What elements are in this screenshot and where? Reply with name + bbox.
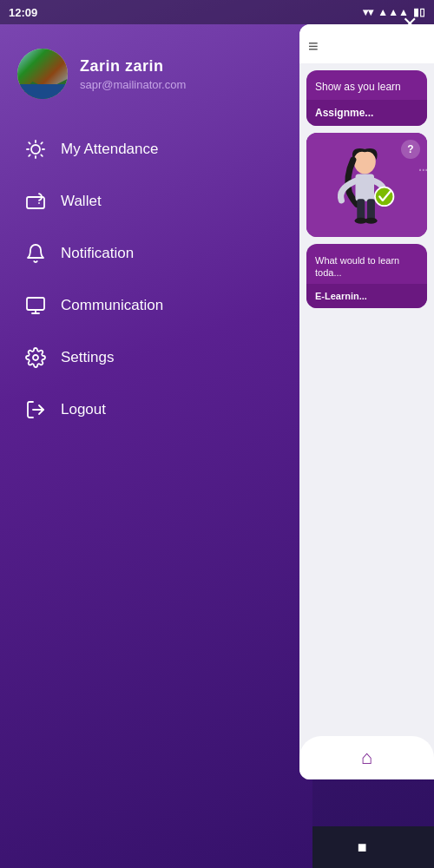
logout-icon (24, 398, 47, 421)
sidebar-item-communication-label: Communication (61, 297, 163, 314)
card-illustration-content: ? ··· (306, 133, 427, 237)
profile-email: sapr@mailinator.com (80, 78, 186, 91)
status-bar: 12:09 ▾▾ ▲▲▲ ▮▯ (0, 0, 434, 24)
panel-header: ≡ (299, 24, 434, 63)
svg-rect-1 (27, 298, 44, 310)
svg-rect-7 (357, 199, 365, 220)
sidebar-item-logout[interactable]: Logout (17, 384, 295, 436)
card-e-learning-text: What would to learn toda... (306, 244, 427, 285)
sidebar-item-logout-label: Logout (61, 401, 106, 418)
card-show-learn-text: Show as you learn (306, 70, 427, 100)
card-e-learning-action: E-Learnin... (306, 284, 427, 308)
card-show-learn-action: Assignme... (306, 100, 427, 126)
sidebar-item-communication[interactable]: Communication (17, 279, 295, 332)
sidebar-item-notification[interactable]: Notification (17, 227, 295, 279)
navigation-drawer: Zarin zarin sapr@mailinator.com My Atten… (0, 24, 312, 868)
svg-point-2 (33, 355, 38, 360)
avatar (17, 49, 68, 99)
hamburger-icon[interactable]: ≡ (308, 36, 319, 56)
communication-icon (24, 294, 47, 317)
avatar-image (17, 49, 68, 99)
profile-name: Zarin zarin (80, 57, 186, 76)
sidebar-item-my-attendance[interactable]: My Attendance (17, 123, 295, 175)
dots-decoration: ··· (418, 159, 427, 179)
wifi-icon: ▾▾ (363, 6, 373, 18)
card-illustration[interactable]: ? ··· (306, 133, 427, 237)
sidebar-item-wallet-label: Wallet (61, 193, 102, 210)
card-show-learn[interactable]: Show as you learn Assignme... (306, 70, 427, 126)
card-e-learning[interactable]: What would to learn toda... E-Learnin... (306, 244, 427, 309)
sidebar-item-my-attendance-label: My Attendance (61, 141, 158, 158)
sidebar-item-notification-label: Notification (61, 245, 134, 262)
sidebar-item-settings-label: Settings (61, 349, 114, 366)
settings-icon (24, 346, 47, 369)
main-panel: ≡ Show as you learn Assignme... ? ··· (299, 24, 434, 779)
sidebar-item-wallet[interactable]: Wallet (17, 175, 295, 227)
android-recent-button[interactable]: ■ (358, 838, 367, 857)
svg-point-10 (365, 217, 377, 223)
svg-rect-6 (355, 174, 374, 201)
svg-rect-8 (367, 199, 375, 220)
bottom-navigation: ⌂ (299, 736, 434, 779)
bell-icon (24, 242, 47, 265)
nav-menu: My Attendance Wallet Notification (17, 123, 295, 436)
sidebar-item-settings[interactable]: Settings (17, 332, 295, 384)
profile-section: Zarin zarin sapr@mailinator.com (17, 49, 295, 99)
question-icon: ? (401, 140, 420, 159)
calendar-icon (24, 138, 47, 161)
svg-point-11 (375, 187, 394, 206)
time-display: 12:09 (9, 6, 37, 19)
svg-point-0 (31, 145, 40, 154)
profile-info: Zarin zarin sapr@mailinator.com (80, 57, 186, 91)
home-icon[interactable]: ⌂ (361, 746, 372, 769)
wallet-icon (24, 190, 47, 213)
